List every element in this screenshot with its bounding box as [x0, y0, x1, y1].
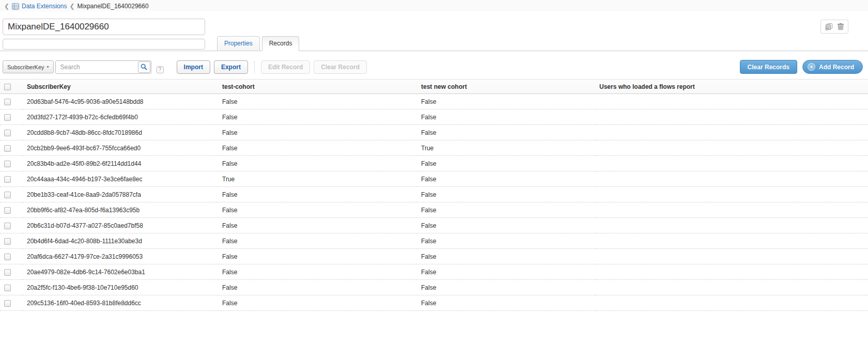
cell-subscriber-key: 20d63baf-5476-4c95-9036-a90e5148bdd8 — [23, 94, 218, 109]
cell-subscriber-key: 20ae4979-082e-4db6-9c14-7602e6e03ba1 — [23, 264, 218, 280]
cell-flows-report — [595, 202, 868, 218]
table-row[interactable]: 20b4d6f4-6dad-4c20-808b-1111e30abe3d Fal… — [0, 233, 868, 249]
cell-flows-report — [595, 233, 868, 249]
cell-test-cohort: True — [218, 171, 417, 187]
cell-test-new-cohort: False — [417, 187, 595, 202]
row-checkbox[interactable] — [4, 145, 11, 152]
breadcrumb: ❮ Data Extensions ❮ MixpanelDE_164002966… — [0, 0, 868, 11]
table-row[interactable]: 20ae4979-082e-4db6-9c14-7602e6e03ba1 Fal… — [0, 264, 868, 280]
cell-test-cohort: False — [218, 280, 417, 295]
breadcrumb-link-data-extensions[interactable]: Data Extensions — [22, 3, 67, 10]
row-checkbox[interactable] — [4, 300, 11, 307]
cell-test-new-cohort: False — [417, 202, 595, 218]
table-row[interactable]: 20cb2bb9-9ee6-493f-bc67-755fcca66ed0 Fal… — [0, 140, 868, 156]
row-checkbox[interactable] — [4, 254, 11, 260]
cell-test-new-cohort: False — [417, 156, 595, 171]
row-checkbox[interactable] — [4, 161, 11, 167]
row-checkbox[interactable] — [4, 269, 11, 276]
field-selector-dropdown[interactable]: SubscriberKey ▾ — [3, 60, 54, 73]
search-icon — [141, 64, 147, 70]
cell-flows-report — [595, 187, 868, 202]
cell-flows-report — [595, 156, 868, 171]
cell-flows-report — [595, 249, 868, 264]
clear-record-button[interactable]: Clear Record — [314, 60, 367, 74]
row-checkbox[interactable] — [4, 207, 11, 214]
cell-subscriber-key: 20cb2bb9-9ee6-493f-bc67-755fcca66ed0 — [23, 140, 218, 156]
copy-icon[interactable] — [825, 23, 833, 30]
cell-test-cohort: False — [218, 109, 417, 125]
cell-subscriber-key: 209c5136-16f0-40ed-8593-81b8fe8dd6cc — [23, 295, 218, 311]
search-input[interactable] — [55, 60, 151, 74]
table-row[interactable]: 20d3fd27-172f-4939-b72c-6cfedb69f4b0 Fal… — [0, 109, 868, 125]
plus-icon: + — [808, 63, 815, 71]
search-button[interactable] — [138, 61, 150, 73]
cell-test-new-cohort: False — [417, 280, 595, 295]
table-row[interactable]: 209c5136-16f0-40ed-8593-81b8fe8dd6cc Fal… — [0, 295, 868, 311]
name-input[interactable] — [3, 19, 205, 35]
back-chevron-icon[interactable]: ❮ — [4, 3, 9, 10]
column-header-flows-report: Users who loaded a flows report — [595, 80, 868, 94]
header-actions — [820, 20, 848, 34]
row-checkbox[interactable] — [4, 223, 11, 229]
cell-test-cohort: False — [218, 125, 417, 140]
table-row[interactable]: 20bb9f6c-af82-47ea-805d-f6a13963c95b Fal… — [0, 202, 868, 218]
records-table: SubscriberKey test-cohort test new cohor… — [0, 79, 868, 311]
cell-test-new-cohort: False — [417, 295, 595, 311]
cell-test-cohort: False — [218, 156, 417, 171]
clear-records-button[interactable]: Clear Records — [740, 60, 797, 74]
table-row[interactable]: 20af6dca-6627-4179-97ce-2a31c9996053 Fal… — [0, 249, 868, 264]
cell-test-new-cohort: False — [417, 249, 595, 264]
table-row[interactable]: 20be1b33-ceaf-41ce-8aa9-2da057887cfa Fal… — [0, 187, 868, 202]
cell-subscriber-key: 20a2f5fc-f130-4be6-9f38-10e710e95d60 — [23, 280, 218, 295]
cell-test-cohort: False — [218, 187, 417, 202]
search-wrap — [55, 60, 151, 74]
export-button[interactable]: Export — [214, 60, 248, 74]
cell-test-cohort: False — [218, 218, 417, 233]
column-header-test-new-cohort: test new cohort — [417, 80, 595, 94]
edit-record-button[interactable]: Edit Record — [261, 60, 310, 74]
records-toolbar: SubscriberKey ▾ ? Import Export Edit Rec… — [0, 51, 868, 79]
cell-subscriber-key: 20d3fd27-172f-4939-b72c-6cfedb69f4b0 — [23, 109, 218, 125]
row-checkbox[interactable] — [4, 99, 11, 105]
tab-properties[interactable]: Properties — [217, 36, 260, 51]
cell-test-new-cohort: True — [417, 140, 595, 156]
cell-flows-report — [595, 218, 868, 233]
table-header-row: SubscriberKey test-cohort test new cohor… — [0, 80, 868, 94]
field-selector-value: SubscriberKey — [7, 64, 44, 70]
row-checkbox[interactable] — [4, 192, 11, 198]
table-row[interactable]: 20cdd8b8-9cb7-48db-86cc-8fdc7018986d Fal… — [0, 125, 868, 140]
help-icon[interactable]: ? — [157, 66, 164, 73]
select-all-checkbox[interactable] — [4, 84, 11, 90]
table-row[interactable]: 20b6c31d-b07d-4377-a027-85c0aed7bf58 Fal… — [0, 218, 868, 233]
chevron-down-icon: ▾ — [47, 65, 49, 69]
add-record-button[interactable]: + Add Record — [802, 60, 863, 74]
cell-flows-report — [595, 140, 868, 156]
toolbar-right: Clear Records + Add Record — [740, 60, 865, 74]
row-checkbox[interactable] — [4, 285, 11, 291]
breadcrumb-current: MixpanelDE_1640029660 — [78, 3, 149, 10]
row-checkbox[interactable] — [4, 130, 11, 136]
cell-flows-report — [595, 109, 868, 125]
cell-test-cohort: False — [218, 233, 417, 249]
table-row[interactable]: 20a2f5fc-f130-4be6-9f38-10e710e95d60 Fal… — [0, 280, 868, 295]
row-checkbox[interactable] — [4, 238, 11, 245]
data-extension-grid-icon — [12, 3, 19, 10]
cell-subscriber-key: 20c83b4b-ad2e-45f0-89b2-6f2114dd1d44 — [23, 156, 218, 171]
table-row[interactable]: 20c44aaa-434c-4946-b197-3e3ce6fae8ec Tru… — [0, 171, 868, 187]
row-checkbox[interactable] — [4, 114, 11, 121]
cell-test-new-cohort: False — [417, 171, 595, 187]
cell-subscriber-key: 20b4d6f4-6dad-4c20-808b-1111e30abe3d — [23, 233, 218, 249]
table-row[interactable]: 20c83b4b-ad2e-45f0-89b2-6f2114dd1d44 Fal… — [0, 156, 868, 171]
cell-test-cohort: False — [218, 94, 417, 109]
cell-test-cohort: False — [218, 249, 417, 264]
column-header-test-cohort: test-cohort — [218, 80, 417, 94]
cell-subscriber-key: 20b6c31d-b07d-4377-a027-85c0aed7bf58 — [23, 218, 218, 233]
delete-icon[interactable] — [837, 23, 844, 30]
cell-test-new-cohort: False — [417, 125, 595, 140]
cell-flows-report — [595, 295, 868, 311]
tab-records[interactable]: Records — [262, 36, 300, 51]
cell-subscriber-key: 20af6dca-6627-4179-97ce-2a31c9996053 — [23, 249, 218, 264]
table-row[interactable]: 20d63baf-5476-4c95-9036-a90e5148bdd8 Fal… — [0, 94, 868, 109]
import-button[interactable]: Import — [177, 60, 210, 74]
row-checkbox[interactable] — [4, 176, 11, 183]
